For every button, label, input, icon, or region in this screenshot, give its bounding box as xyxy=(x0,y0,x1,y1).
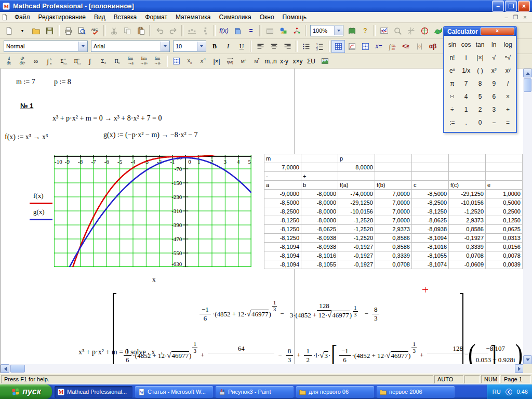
insert-unit-button[interactable] xyxy=(231,24,244,37)
table-cell[interactable]: 7,0000 xyxy=(375,198,412,207)
table-cell[interactable]: a xyxy=(264,181,301,190)
bold-button[interactable]: B xyxy=(208,40,221,53)
derivative-button[interactable]: ddx xyxy=(2,55,16,68)
definition-p[interactable]: p := 8 xyxy=(54,78,71,86)
clock[interactable]: 0:46 xyxy=(517,389,528,395)
print-preview-button[interactable] xyxy=(75,24,88,37)
calculator-key[interactable]: = xyxy=(501,116,515,129)
table-cell[interactable]: c xyxy=(412,181,449,190)
table-cell[interactable]: -9,0000 xyxy=(264,190,301,198)
taskbar-task[interactable]: первое 2006 xyxy=(377,386,455,398)
minimize-button[interactable]: – xyxy=(492,1,504,12)
table-cell[interactable]: -10,0156 xyxy=(338,207,375,216)
start-button[interactable]: пуск xyxy=(0,384,52,399)
mdi-restore-button[interactable]: ❐ xyxy=(512,14,520,21)
table-cell[interactable]: -8,5000 xyxy=(412,190,449,198)
g-definition[interactable]: g(x) := (−p·x² − m) → −8·x² − 7 xyxy=(103,131,198,139)
matrix-column-button[interactable]: M‹› xyxy=(237,55,250,68)
range-sum-button[interactable]: Σn xyxy=(97,55,110,68)
title-bar[interactable]: M Mathcad Professional - [половинное] – … xyxy=(0,0,532,12)
font-size-combobox[interactable]: 10 xyxy=(173,41,206,52)
dot-product-button[interactable]: x·y xyxy=(277,55,291,68)
symbolic-equation[interactable]: x³ + p·x² + m = 0 → x³ + 8·x² + 7 = 0 xyxy=(52,114,162,123)
matrix-palette-button[interactable] xyxy=(358,40,372,53)
table-cell[interactable]: -0,1927 xyxy=(449,234,486,243)
mdi-close-button[interactable]: × xyxy=(521,14,529,21)
definition-m[interactable]: m := 7 xyxy=(16,78,35,86)
calculator-key[interactable]: 3 xyxy=(487,103,501,116)
print-button[interactable] xyxy=(61,24,75,37)
align-left-button[interactable] xyxy=(254,40,267,53)
table-cell[interactable]: -8,0000 xyxy=(301,190,338,198)
programming-palette-button[interactable] xyxy=(413,40,426,53)
table-cell[interactable] xyxy=(486,172,523,181)
range-product-button[interactable]: Πn xyxy=(110,55,124,68)
zoom-combobox[interactable]: 100% xyxy=(310,25,343,36)
insert-function-button[interactable]: f(x) xyxy=(217,24,231,37)
calculator-key[interactable]: := xyxy=(445,116,459,129)
table-cell[interactable]: -8,1250 xyxy=(264,216,301,225)
calculator-key[interactable]: 8 xyxy=(473,77,487,90)
limit-left-button[interactable]: lim→a- xyxy=(151,55,164,68)
table-cell[interactable]: 0,0625 xyxy=(486,225,523,234)
table-cell[interactable]: f(a) xyxy=(338,181,375,190)
calculator-key[interactable]: tan xyxy=(473,38,487,51)
calculator-key[interactable]: π xyxy=(445,77,459,90)
calculate-button[interactable]: = xyxy=(244,24,258,37)
table-cell[interactable]: 1,0000 xyxy=(486,190,523,198)
calculator-key[interactable]: 6 xyxy=(487,90,501,103)
table-cell[interactable]: 0,0156 xyxy=(486,243,523,251)
table-cell[interactable] xyxy=(412,163,449,172)
table-cell[interactable]: b xyxy=(301,181,338,190)
align-across-button[interactable] xyxy=(185,24,198,37)
indefinite-integral-button[interactable]: ∫ xyxy=(83,55,97,68)
font-combobox[interactable]: Arial xyxy=(91,41,170,52)
numbering-button[interactable]: 123 xyxy=(313,40,326,53)
taskbar-task[interactable]: WСтатья - Microsoft W... xyxy=(135,386,213,398)
table-cell[interactable]: 0,0708 xyxy=(375,260,412,269)
calculator-key[interactable]: 5 xyxy=(473,90,487,103)
calculator-key[interactable]: ÷ xyxy=(445,103,459,116)
graph-palette-button[interactable] xyxy=(345,40,358,53)
menu-помощь[interactable]: Помощь xyxy=(278,12,311,22)
table-cell[interactable] xyxy=(486,154,523,163)
table-cell[interactable] xyxy=(338,172,375,181)
table-cell[interactable]: -0,1927 xyxy=(338,243,375,251)
calculator-key[interactable]: / xyxy=(501,77,515,90)
table-cell[interactable]: 2,9373 xyxy=(375,225,412,234)
evaluation-palette-button[interactable]: x= xyxy=(372,40,385,53)
help-button[interactable]: ? xyxy=(358,24,372,37)
table-cell[interactable]: -8,0938 xyxy=(301,243,338,251)
save-button[interactable] xyxy=(43,24,56,37)
table-cell[interactable]: -8,0625 xyxy=(301,225,338,234)
table-cell[interactable]: -8,1055 xyxy=(412,251,449,260)
calculator-key[interactable]: × xyxy=(501,90,515,103)
scroll-right-button[interactable] xyxy=(515,364,524,373)
table-cell[interactable]: -8,0625 xyxy=(412,216,449,225)
table-cell[interactable]: f(c) xyxy=(449,181,486,190)
table-cell[interactable] xyxy=(412,154,449,163)
resource-center-button[interactable] xyxy=(345,24,358,37)
menu-формат[interactable]: Формат xyxy=(141,12,171,22)
calculator-key[interactable]: ( ) xyxy=(473,64,487,77)
table-cell[interactable] xyxy=(449,154,486,163)
calculator-palette-button[interactable] xyxy=(331,40,345,53)
menu-вид[interactable]: Вид xyxy=(90,12,110,22)
menu-редактирование[interactable]: Редактирование xyxy=(34,12,90,22)
calculator-key[interactable]: 1/x xyxy=(459,64,473,77)
table-cell[interactable]: -1,2520 xyxy=(338,234,375,243)
calculator-key[interactable]: ln xyxy=(487,38,501,51)
calculator-key[interactable]: sin xyxy=(445,38,459,51)
calculator-palette-titlebar[interactable]: Calculator × xyxy=(444,27,516,36)
table-cell[interactable]: -8,2500 xyxy=(412,198,449,207)
table-cell[interactable]: -8,2500 xyxy=(264,207,301,216)
xy-plot[interactable]: -10-9-8-7-6-5-4-3-2-101234510-70-150-230… xyxy=(54,155,251,267)
table-cell[interactable] xyxy=(412,172,449,181)
calculator-key[interactable]: . xyxy=(459,116,473,129)
table-cell[interactable]: -8,0938 xyxy=(301,234,338,243)
table-cell[interactable]: 0,3339 xyxy=(375,251,412,260)
redo-button[interactable] xyxy=(166,24,180,37)
taskbar-task[interactable]: для первого 06 xyxy=(296,386,374,398)
scroll-down-button[interactable] xyxy=(523,355,532,364)
table-cell[interactable]: + xyxy=(301,172,338,181)
